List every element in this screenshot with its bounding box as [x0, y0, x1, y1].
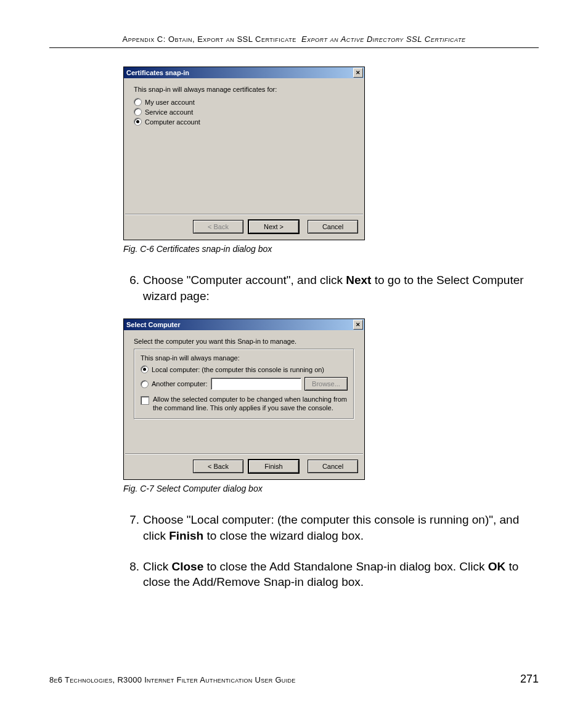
next-button[interactable]: Next >	[248, 220, 299, 233]
certificates-snapin-dialog: Certificates snap-in ✕ This snap-in will…	[123, 67, 365, 240]
header-right: Export an Active Directory SSL Certifica…	[301, 34, 466, 44]
group-label: This snap-in will always manage:	[141, 354, 348, 362]
step-6: 6. Choose "Computer account", and click …	[123, 272, 533, 304]
step-7: 7. Choose "Local computer: (the computer…	[123, 512, 533, 543]
page-header: Appendix C: Obtain, Export an SSL Certif…	[49, 34, 539, 47]
radio-local-computer[interactable]: Local computer: (the computer this conso…	[141, 365, 348, 373]
dialog1-titlebar: Certificates snap-in ✕	[124, 67, 364, 78]
allow-change-row[interactable]: Allow the selected computer to be change…	[141, 396, 348, 413]
close-icon[interactable]: ✕	[353, 68, 363, 78]
header-rule	[49, 47, 539, 48]
dialog1-buttons: < Back Next > Cancel	[124, 215, 364, 240]
dialog2-title: Select Computer	[126, 321, 180, 328]
back-button[interactable]: < Back	[193, 220, 243, 233]
checkbox-icon	[141, 396, 149, 405]
step-number: 6.	[123, 272, 143, 304]
dialog2-groupbox: This snap-in will always manage: Local c…	[134, 349, 354, 420]
dialog1-prompt: This snap-in will always manage certific…	[134, 86, 354, 93]
browse-button[interactable]: Browse...	[304, 377, 348, 391]
page-footer: 8e6 Technologies, R3000 Internet Filter …	[49, 673, 539, 686]
radio-label: Service account	[145, 108, 193, 116]
step-8-text: Click Close to close the Add Standalone …	[143, 559, 533, 590]
dialog2-buttons: < Back Finish Cancel	[124, 455, 364, 479]
checkbox-label: Allow the selected computer to be change…	[153, 396, 348, 413]
step-number: 7.	[123, 512, 143, 543]
radio-icon	[134, 98, 142, 106]
step-6-text: Choose "Computer account", and click Nex…	[143, 272, 533, 304]
content-area: Certificates snap-in ✕ This snap-in will…	[123, 67, 533, 590]
dialog1-title: Certificates snap-in	[126, 69, 189, 76]
radio-my-user-account[interactable]: My user account	[134, 98, 354, 106]
radio-icon	[134, 118, 142, 126]
radio-label: Another computer:	[152, 380, 208, 387]
figure-caption-c7: Fig. C-7 Select Computer dialog box	[123, 484, 533, 493]
dialog2-titlebar: Select Computer ✕	[124, 319, 364, 330]
header-left: Appendix C: Obtain, Export an SSL Certif…	[123, 34, 296, 44]
select-computer-dialog: Select Computer ✕ Select the computer yo…	[123, 318, 365, 480]
radio-computer-account[interactable]: Computer account	[134, 118, 354, 126]
radio-label: Local computer: (the computer this conso…	[152, 366, 324, 373]
radio-another-computer[interactable]: Another computer: Browse...	[141, 377, 348, 391]
footer-left: 8e6 Technologies, R3000 Internet Filter …	[49, 675, 296, 684]
radio-service-account[interactable]: Service account	[134, 108, 354, 116]
back-button[interactable]: < Back	[193, 460, 243, 473]
page-number: 271	[520, 673, 539, 686]
step-7-text: Choose "Local computer: (the computer th…	[143, 512, 533, 543]
radio-icon	[141, 365, 149, 373]
another-computer-input[interactable]	[211, 378, 302, 390]
figure-caption-c6: Fig. C-6 Certificates snap-in dialog box	[123, 244, 533, 254]
radio-label: Computer account	[145, 118, 200, 126]
cancel-button[interactable]: Cancel	[308, 220, 358, 233]
dialog2-line1: Select the computer you want this Snap-i…	[134, 338, 354, 345]
finish-button[interactable]: Finish	[248, 460, 299, 473]
radio-icon	[141, 380, 149, 388]
cancel-button[interactable]: Cancel	[308, 460, 358, 473]
radio-label: My user account	[145, 99, 195, 106]
close-icon[interactable]: ✕	[353, 320, 363, 330]
step-8: 8. Click Close to close the Add Standalo…	[123, 559, 533, 590]
step-number: 8.	[123, 559, 143, 590]
radio-icon	[134, 108, 142, 116]
